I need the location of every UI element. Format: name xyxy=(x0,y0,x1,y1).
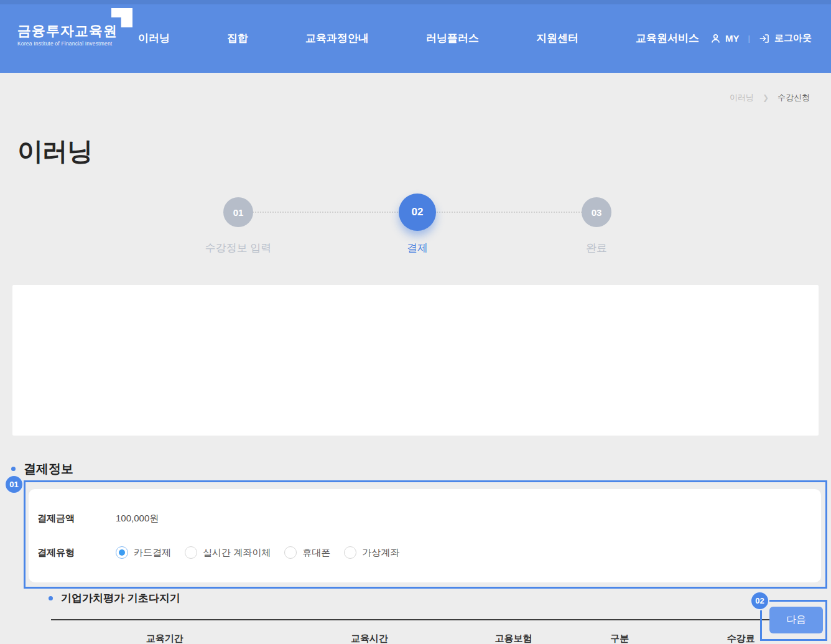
step-1-input: 01 수강정보 입력 xyxy=(188,197,288,255)
payment-type-label: 결제유형 xyxy=(37,547,116,559)
step-2-circle: 02 xyxy=(399,194,436,231)
menu-item-services[interactable]: 교육원서비스 xyxy=(636,27,699,45)
course-title: 기업가치평가 기초다지기 xyxy=(61,591,180,605)
header-employment-insurance: 고용보험 xyxy=(460,620,567,644)
course-info-card: 기업가치평가 기초다지기 교육기간 교육시간 고용보험 구분 수강료 2022.… xyxy=(12,285,819,436)
radio-button-icon xyxy=(344,546,356,559)
account-area: MY | 로그아웃 xyxy=(710,0,812,73)
menu-item-learning-plus[interactable]: 러닝플러스 xyxy=(426,27,479,45)
payment-option[interactable]: 실시간 계좌이체 xyxy=(185,546,271,559)
menu-item-offline[interactable]: 집합 xyxy=(227,27,248,45)
step-1-circle: 01 xyxy=(223,197,253,227)
step-2-label: 결제 xyxy=(368,241,467,255)
payment-type-radio-group: 카드결제 실시간 계좌이체 휴대폰 가상계좌 xyxy=(116,546,399,559)
next-button[interactable]: 다음 xyxy=(769,607,823,633)
logout-label: 로그아웃 xyxy=(774,32,812,44)
header-period: 교육기간 xyxy=(51,620,279,644)
bullet-dot-icon xyxy=(49,596,53,600)
logo-title: 금융투자교육원 xyxy=(17,24,118,39)
radio-button-icon xyxy=(116,546,128,559)
logout-link[interactable]: 로그아웃 xyxy=(759,32,812,44)
my-page-link[interactable]: MY xyxy=(710,33,740,44)
menu-item-curriculum[interactable]: 교육과정안내 xyxy=(305,27,369,45)
menu-item-elearning[interactable]: 이러닝 xyxy=(138,27,170,45)
site-logo[interactable]: 금융투자교육원 Korea Institute of Financial Inv… xyxy=(17,24,118,47)
top-navbar: 금융투자교육원 Korea Institute of Financial Inv… xyxy=(0,0,831,73)
menu-item-support-center[interactable]: 지원센터 xyxy=(536,27,578,45)
my-page-label: MY xyxy=(725,33,740,44)
step-1-label: 수강정보 입력 xyxy=(188,241,288,255)
payment-option[interactable]: 가상계좌 xyxy=(344,546,399,559)
payment-amount-row: 결제금액 100,000원 xyxy=(37,510,812,527)
payment-amount-label: 결제금액 xyxy=(37,513,116,525)
page-title: 이러닝 xyxy=(17,134,92,169)
payment-section-title-row: 결제정보 xyxy=(11,460,73,477)
breadcrumb: 이러닝 ❯ 수강신청 xyxy=(730,92,810,103)
logout-icon xyxy=(759,33,770,44)
step-3-label: 완료 xyxy=(547,241,646,255)
course-table-header-row: 교육기간 교육시간 고용보험 구분 수강료 xyxy=(51,620,809,644)
course-table: 교육기간 교육시간 고용보험 구분 수강료 2022.02.06 ~ 2022.… xyxy=(51,619,809,644)
payment-amount-value: 100,000원 xyxy=(116,513,159,525)
logo-subtitle: Korea Institute of Financial Investment xyxy=(17,40,118,47)
step-3-circle: 03 xyxy=(582,197,611,227)
radio-button-icon xyxy=(185,546,197,559)
payment-info-panel: 결제금액 100,000원 결제유형 카드결제 실시간 계좌이체 휴대폰 xyxy=(29,489,821,582)
annotation-badge-2: 02 xyxy=(750,591,769,610)
account-divider: | xyxy=(748,34,750,43)
chevron-right-icon: ❯ xyxy=(763,93,769,102)
step-2-payment: 02 결제 xyxy=(368,194,467,255)
course-title-row: 기업가치평가 기초다지기 xyxy=(49,591,180,605)
page: 금융투자교육원 Korea Institute of Financial Inv… xyxy=(0,0,831,644)
payment-option[interactable]: 휴대폰 xyxy=(284,546,330,559)
header-category: 구분 xyxy=(567,620,673,644)
payment-section-title: 결제정보 xyxy=(24,460,73,477)
user-icon xyxy=(710,33,721,44)
radio-button-icon xyxy=(284,546,297,559)
step-3-complete: 03 완료 xyxy=(547,197,646,255)
payment-type-row: 결제유형 카드결제 실시간 계좌이체 휴대폰 가상계좌 xyxy=(37,544,812,561)
breadcrumb-parent[interactable]: 이러닝 xyxy=(730,92,754,103)
annotation-badge-1: 01 xyxy=(4,475,24,494)
bullet-dot-icon xyxy=(11,467,16,471)
breadcrumb-current: 수강신청 xyxy=(778,92,810,103)
main-menu: 이러닝 집합 교육과정안내 러닝플러스 지원센터 교육원서비스 xyxy=(138,0,699,73)
payment-option[interactable]: 카드결제 xyxy=(116,546,171,559)
header-hours: 교육시간 xyxy=(279,620,461,644)
